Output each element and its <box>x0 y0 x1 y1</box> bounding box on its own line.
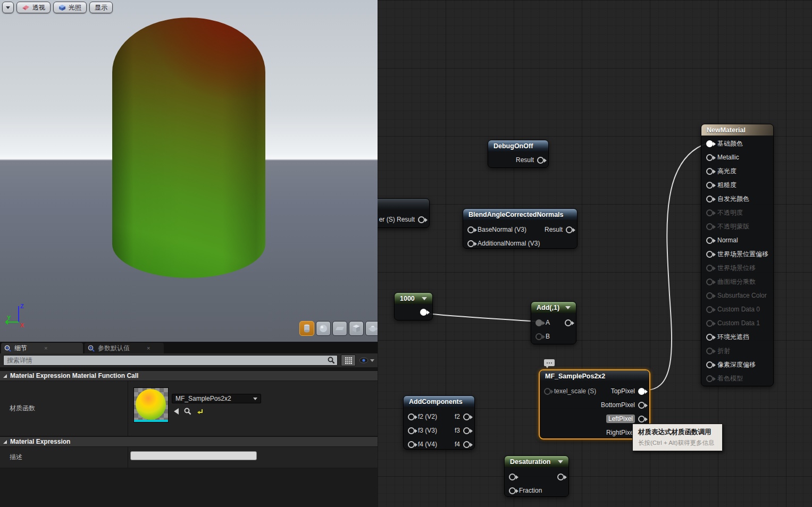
chevron-down-icon[interactable] <box>422 297 427 300</box>
perspective-button[interactable]: 透视 <box>16 2 51 13</box>
output-pin[interactable] <box>537 157 544 164</box>
sphere-icon <box>319 324 328 333</box>
output-pin[interactable] <box>418 216 425 223</box>
input-pin-f3[interactable] <box>408 427 415 434</box>
chevron-down-icon[interactable] <box>565 306 571 309</box>
shape-sphere-button[interactable] <box>316 321 331 336</box>
material-function-thumbnail[interactable] <box>133 387 169 422</box>
chevron-down-icon[interactable] <box>558 460 563 463</box>
lit-mode-button[interactable]: 光照 <box>53 2 87 13</box>
preview-shape-toolbar <box>299 321 378 336</box>
input-pin-a[interactable] <box>535 319 542 326</box>
output-pin-f4[interactable] <box>463 441 470 448</box>
constant-value-label: 1000 <box>400 295 415 302</box>
material-graph[interactable]: er (S) Result DebugOnOff Result BlendAng… <box>378 0 812 507</box>
input-pin-b[interactable] <box>535 333 542 340</box>
output-pin-leftpixel[interactable] <box>638 416 645 422</box>
input-pin-texel-scale[interactable] <box>544 388 551 395</box>
mf-texel-scale-label: texel_scale (S) <box>554 387 596 395</box>
description-input[interactable] <box>130 451 257 460</box>
output-pin[interactable] <box>557 474 564 480</box>
output-pin-toppixel[interactable] <box>638 388 645 395</box>
details-search-row <box>0 353 378 367</box>
addcomp-f3-out-label: f3 <box>455 427 460 434</box>
output-pin-f3[interactable] <box>463 427 470 434</box>
input-pin-specular[interactable] <box>706 168 713 175</box>
tab-parameter-defaults[interactable]: 参数默认值 × <box>85 343 164 353</box>
asset-action-icons <box>174 408 204 415</box>
input-pin-metallic[interactable] <box>706 154 713 161</box>
lit-label: 光照 <box>69 3 81 12</box>
input-pin-worldpositionoffset[interactable] <box>706 251 713 258</box>
chevron-down-icon <box>6 6 10 9</box>
shape-plane-button[interactable] <box>332 321 347 336</box>
addcomp-f2-in-label: f2 (V2) <box>418 413 437 420</box>
expand-triangle-icon <box>3 440 7 444</box>
wire-toppixel-to-basecolor <box>640 143 708 390</box>
pin-label: 基础颜色 <box>717 139 743 148</box>
thumbnail-status-bar <box>134 420 168 422</box>
shape-teapot-button[interactable] <box>365 321 378 336</box>
pin-label: 折射 <box>717 347 730 356</box>
node-debugonoff-header: DebugOnOff <box>488 140 548 151</box>
input-pin-roughness[interactable] <box>706 182 713 189</box>
show-button[interactable]: 显示 <box>89 2 113 13</box>
material-function-dropdown[interactable]: MF_SamplePos2x2 <box>172 394 261 403</box>
use-selected-asset-icon[interactable] <box>174 408 179 415</box>
add-title: Add(,1) <box>537 304 559 311</box>
perspective-label: 透视 <box>32 3 45 12</box>
node-addcomponents-header: AddComponents <box>404 396 474 407</box>
svg-text:Y: Y <box>7 315 11 321</box>
material-preview-viewport[interactable]: 透视 光照 显示 Z Y X <box>0 0 378 342</box>
input-pin-pixeldepthoffset[interactable] <box>706 361 713 368</box>
section-material-expression[interactable]: Material Expression <box>0 436 378 447</box>
output-pin-f2[interactable] <box>463 413 470 420</box>
property-matrix-button[interactable] <box>341 354 356 366</box>
thumbnail-sphere <box>136 389 166 420</box>
tab-parameter-defaults-label: 参数默认值 <box>98 344 130 353</box>
tab-details-close-icon[interactable]: × <box>44 345 47 351</box>
output-pin[interactable] <box>565 319 572 326</box>
eye-icon <box>359 357 369 364</box>
node-blend-header: BlendAngleCorrectedNormals <box>463 209 577 220</box>
input-pin-normal[interactable] <box>706 237 713 244</box>
tab-parameter-defaults-close-icon[interactable]: × <box>147 345 150 351</box>
viewport-options-button[interactable] <box>2 2 14 13</box>
node-desaturation[interactable]: Desaturation Fraction <box>504 455 569 497</box>
input-pin-f2[interactable] <box>408 413 415 420</box>
node-debugonoff[interactable]: DebugOnOff Result <box>488 140 549 168</box>
browse-to-asset-icon[interactable] <box>184 408 191 415</box>
input-pin-f4[interactable] <box>408 441 415 448</box>
search-input[interactable] <box>4 356 337 365</box>
node-newmaterial[interactable]: NewMaterial 基础颜色 Metallic 高光度 粗糙度 自发光颜色 … <box>701 124 774 386</box>
section2-title: Material Expression <box>10 438 70 445</box>
input-pin-fraction[interactable] <box>509 487 516 494</box>
plane-icon <box>335 325 345 332</box>
comment-bubble-icon[interactable] <box>544 359 555 366</box>
input-pin-emissive[interactable] <box>706 196 713 202</box>
shape-cylinder-button[interactable] <box>299 321 314 336</box>
section-material-function-call[interactable]: Material Expression Material Function Ca… <box>0 370 378 381</box>
node-partial[interactable]: er (S) Result <box>378 198 430 228</box>
left-pane: 透视 光照 显示 Z Y X <box>0 0 378 507</box>
reset-to-default-icon[interactable] <box>197 408 204 415</box>
input-pin-basecolor[interactable] <box>706 140 713 147</box>
wire-1000-to-add <box>423 313 537 322</box>
node-addcomponents[interactable]: AddComponents f2 (V2) f2 f3 (V3) f3 f4 (… <box>403 395 475 450</box>
node-add[interactable]: Add(,1) A B <box>531 301 576 344</box>
output-pin-bottompixel[interactable] <box>638 402 645 409</box>
input-pin[interactable] <box>509 474 516 480</box>
output-pin[interactable] <box>420 309 427 316</box>
shape-cube-button[interactable] <box>349 321 364 336</box>
input-pin-ambientocclusion[interactable] <box>706 334 713 341</box>
node-constant-1000[interactable]: 1000 <box>394 292 433 320</box>
input-pin[interactable] <box>467 240 474 247</box>
output-pin[interactable] <box>566 226 573 233</box>
pin-label: 不透明度 <box>717 208 743 217</box>
display-filter-button[interactable] <box>359 357 374 364</box>
tab-details[interactable]: 细节 × <box>1 343 83 353</box>
node-blendanglecorrectednormals[interactable]: BlendAngleCorrectedNormals BaseNormal (V… <box>463 208 577 249</box>
desaturation-title: Desaturation <box>510 458 550 466</box>
input-pin[interactable] <box>467 226 474 233</box>
search-box[interactable] <box>3 355 338 366</box>
